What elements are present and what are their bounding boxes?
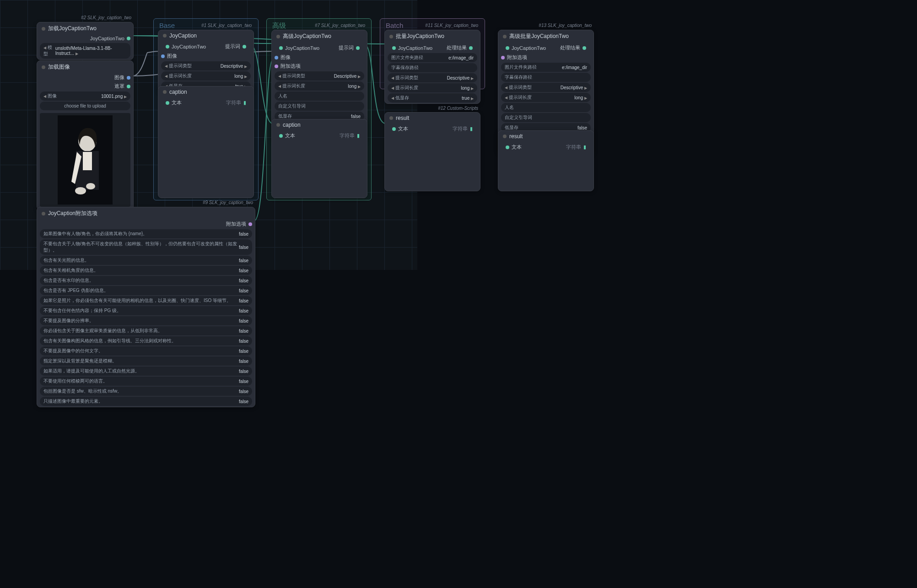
option-toggle[interactable]: 包含是否有水印的信息。false xyxy=(40,276,252,285)
node-badge: #7 SLK_joy_caption_two xyxy=(315,23,365,28)
svg-rect-3 xyxy=(83,152,92,170)
guide-widget[interactable]: 自定义引导词 xyxy=(501,113,591,122)
prompt-type-widget[interactable]: ◀ 提示词类型Descriptive ▶ xyxy=(501,83,591,92)
image-preview xyxy=(40,113,130,207)
node-title: JoyCaption xyxy=(158,30,254,41)
node-joycaption-batch[interactable]: #11 SLK_joy_caption_two 批量JoyCaptionTwo … xyxy=(384,30,480,104)
dir-widget[interactable]: 图片文件夹路径e:/image_dir xyxy=(501,63,591,72)
option-toggle[interactable]: 你必须包含关于图像主观审美质量的信息，从低到非常高。false xyxy=(40,326,252,335)
model-widget[interactable]: ◀ 模型unsloth/Meta-Llama-3.1-8B-Instruct..… xyxy=(40,43,130,59)
output-port-label: 图像 xyxy=(114,74,124,81)
node-badge: #9 SLK_joy_caption_two xyxy=(203,200,253,205)
input-port[interactable] xyxy=(166,101,169,105)
node-title: 加载图像 xyxy=(37,61,133,73)
node-title: 加载JoyCaptionTwo xyxy=(37,22,133,35)
node-title: 批量JoyCaptionTwo xyxy=(385,30,480,43)
option-toggle[interactable]: 不要提及图像中的任何文字。false xyxy=(40,346,252,356)
input-port[interactable] xyxy=(392,46,396,50)
low-vram-widget[interactable]: ◀ 低显存true ▶ xyxy=(388,93,477,102)
input-port[interactable] xyxy=(506,46,509,50)
node-badge: #12 Custom-Scripts xyxy=(438,106,478,111)
node-result-advanced-batch[interactable]: result 文本字符串 ▮ xyxy=(498,130,594,191)
option-toggle[interactable]: 包含有关图像构图风格的信息，例如引导线、三分法则或对称性。false xyxy=(40,336,252,345)
input-port[interactable] xyxy=(275,65,278,68)
option-toggle[interactable]: 不要提及图像的分辨率。false xyxy=(40,316,252,325)
node-caption-advanced[interactable]: caption 文本字符串 ▮ xyxy=(271,119,367,198)
node-caption-base[interactable]: caption 文本字符串 ▮ xyxy=(158,86,254,198)
svg-point-5 xyxy=(86,183,95,189)
node-title: JoyCaption附加选项 xyxy=(37,207,255,220)
node-title: 高级批量JoyCaptionTwo xyxy=(498,30,593,43)
prompt-type-widget[interactable]: ◀ 提示词类型Descriptive ▶ xyxy=(275,71,364,81)
node-canvas[interactable]: Base 高级 Batch #2 SLK_joy_caption_two 加载J… xyxy=(0,0,917,588)
option-toggle[interactable]: 指定景深以及背景是聚焦还是模糊。false xyxy=(40,356,252,366)
node-title: caption xyxy=(272,119,367,130)
node-badge: #1 SLK_joy_caption_two xyxy=(201,23,252,28)
node-title: result xyxy=(498,131,593,142)
dir-widget[interactable]: 图片文件夹路径e:/image_dir xyxy=(388,53,477,62)
output-port[interactable] xyxy=(127,85,130,88)
node-title: 高级JoyCaptionTwo xyxy=(272,30,367,43)
prompt-length-widget[interactable]: ◀ 提示词长度long ▶ xyxy=(275,81,364,91)
option-toggle[interactable]: 如果图像中有人物/角色，你必须将其称为 {name}。false xyxy=(40,229,252,238)
option-toggle[interactable]: 不要使用任何模棱两可的语言。false xyxy=(40,377,252,386)
prompt-length-widget[interactable]: ◀ 提示词长度long ▶ xyxy=(501,93,591,102)
option-toggle[interactable]: 如果它是照片，你必须包含有关可能使用的相机的信息，以及光圈、快门速度、ISO 等… xyxy=(40,296,252,305)
name-widget[interactable]: 人名 xyxy=(275,92,364,101)
output-port-label: JoyCaptionTwo xyxy=(90,36,124,41)
option-toggle[interactable]: 如果适用，请提及可能使用的人工或自然光源。false xyxy=(40,367,252,376)
option-toggle[interactable]: 只描述图像中最重要的元素。false xyxy=(40,397,252,406)
node-badge: #11 SLK_joy_caption_two xyxy=(425,23,478,28)
input-port[interactable] xyxy=(392,127,396,131)
input-port[interactable] xyxy=(275,56,278,59)
prompt-length-widget[interactable]: ◀ 提示词长度long ▶ xyxy=(388,83,477,92)
option-toggle[interactable]: 包含有关相机角度的信息。false xyxy=(40,266,252,275)
name-widget[interactable]: 人名 xyxy=(501,103,591,112)
node-title: result xyxy=(385,113,480,124)
node-title: caption xyxy=(158,86,254,97)
option-toggle[interactable]: 不要包含任何色情内容；保持 PG 级。false xyxy=(40,306,252,315)
node-badge: #13 SLK_joy_caption_two xyxy=(539,23,592,28)
prompt-type-widget[interactable]: ◀ 提示词类型Descriptive ▶ xyxy=(388,73,477,82)
svg-point-4 xyxy=(75,187,86,194)
option-toggle[interactable]: 包括图像是否是 sfw、暗示性或 nsfw。false xyxy=(40,387,252,396)
input-port[interactable] xyxy=(166,45,169,49)
output-port[interactable] xyxy=(243,45,246,49)
option-toggle[interactable]: 不要包含关于人物/角色不可改变的信息（如种族、性别等），但仍然要包含可改变的属性… xyxy=(40,239,252,255)
output-port[interactable] xyxy=(127,37,130,40)
output-port-label: 遮罩 xyxy=(114,83,124,90)
output-port[interactable] xyxy=(127,76,130,80)
input-port[interactable] xyxy=(279,134,283,138)
prompt-length-widget[interactable]: ◀ 提示词长度long ▶ xyxy=(161,71,251,81)
node-load-joycaption[interactable]: #2 SLK_joy_caption_two 加载JoyCaptionTwo J… xyxy=(37,22,134,60)
node-result-batch[interactable]: result 文本字符串 ▮ xyxy=(384,112,480,191)
output-port[interactable] xyxy=(356,46,360,50)
input-port[interactable] xyxy=(161,54,165,58)
prompt-type-widget[interactable]: ◀ 提示词类型Descriptive ▶ xyxy=(161,61,251,70)
guide-widget[interactable]: 自定义引导词 xyxy=(275,102,364,111)
input-port[interactable] xyxy=(279,46,283,50)
output-port[interactable] xyxy=(469,46,473,50)
option-toggle[interactable]: 包含是否有 JPEG 伪影的信息。false xyxy=(40,286,252,295)
node-load-image[interactable]: 加载图像 图像 遮罩 ◀ 图像10001.png ▶ choose file t… xyxy=(37,60,134,210)
node-joycaption-options[interactable]: #9 SLK_joy_caption_two JoyCaption附加选项 附加… xyxy=(37,207,255,407)
option-toggle[interactable]: 包含有关光照的信息。false xyxy=(40,256,252,265)
node-joycaption-base[interactable]: #1 SLK_joy_caption_two JoyCaption JoyCap… xyxy=(158,30,254,92)
input-port[interactable] xyxy=(501,56,505,59)
output-port[interactable] xyxy=(248,222,252,226)
upload-button[interactable]: choose file to upload xyxy=(40,102,130,110)
file-widget[interactable]: ◀ 图像10001.png ▶ xyxy=(40,92,130,101)
output-port[interactable] xyxy=(583,46,586,50)
node-badge: #2 SLK_joy_caption_two xyxy=(81,15,131,20)
save-widget[interactable]: 字幕保存路径 xyxy=(388,63,477,72)
save-widget[interactable]: 字幕保存路径 xyxy=(501,73,591,82)
input-port[interactable] xyxy=(506,146,509,149)
